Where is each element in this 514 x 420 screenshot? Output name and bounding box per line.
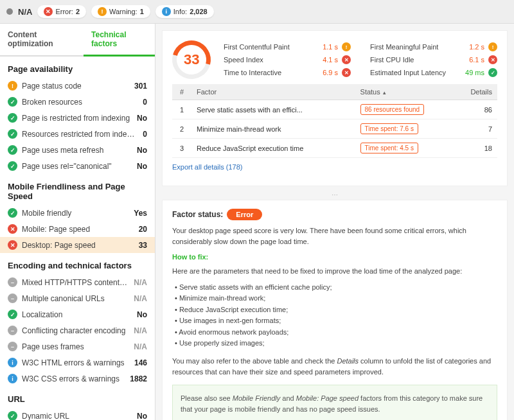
row-mobile-page-speed[interactable]: ✕Mobile: Page speed20 — [0, 221, 155, 237]
warning-badge[interactable]: !Warning: 1 — [91, 5, 150, 18]
error-icon: ✕ — [342, 68, 351, 77]
section-mobile-speed: Mobile Friendliness and Page Speed — [0, 174, 155, 205]
row-rel-canonical[interactable]: ✓Page uses rel="canonical"No — [0, 158, 155, 174]
col-factor[interactable]: Factor — [191, 84, 355, 100]
row-dynamic-url[interactable]: ✓Dynamic URLNo — [0, 408, 155, 420]
section-encoding: Encoding and technical factors — [0, 253, 155, 274]
details-panel: Factor status:Error Your desktop page sp… — [162, 200, 508, 420]
note-box: Please also see Mobile Friendly and Mobi… — [172, 385, 497, 420]
warning-icon: ! — [8, 81, 17, 91]
col-status[interactable]: Status▴ — [355, 84, 459, 100]
check-icon: ✓ — [8, 310, 17, 319]
separator-dots-icon: ⋯ — [162, 191, 508, 198]
row-restricted-indexing[interactable]: ✓Page is restricted from indexingNo — [0, 110, 155, 126]
na-icon: – — [8, 326, 17, 335]
error-icon: ✕ — [342, 55, 351, 64]
also-text: You may also refer to the above table an… — [172, 356, 497, 377]
description-text: Your desktop page speed score is very lo… — [172, 225, 497, 247]
info-icon: i — [8, 374, 17, 383]
check-icon: ✓ — [8, 161, 17, 171]
check-icon: ✓ — [8, 411, 17, 420]
row-resources-restricted[interactable]: ✓Resources restricted from indexing0 — [0, 126, 155, 142]
na-icon: – — [8, 342, 17, 351]
row-w3c-css[interactable]: iW3C CSS errors & warnings1882 — [0, 371, 155, 387]
sidebar-tabs: Content optimization Technical factors — [0, 24, 155, 57]
error-badge[interactable]: ✕Error: 2 — [37, 5, 86, 18]
row-localization[interactable]: ✓LocalizationNo — [0, 306, 155, 322]
row-mixed-content[interactable]: –Mixed HTTP/HTTPS content issuesN/A — [0, 274, 155, 290]
tab-content-optimization[interactable]: Content optimization — [0, 24, 84, 55]
metrics-panel: 33 First Contentful Paint1.1 s! First Me… — [162, 30, 508, 186]
section-page-availability: Page availability — [0, 57, 155, 78]
row-page-frames[interactable]: –Page uses framesN/A — [0, 338, 155, 354]
metric-eil: Estimated Input Latency49 ms✓ — [370, 68, 497, 77]
na-label: N/A — [18, 7, 32, 17]
row-mobile-friendly[interactable]: ✓Mobile friendlyYes — [0, 205, 155, 221]
warning-icon: ! — [342, 42, 351, 51]
na-icon: – — [8, 293, 17, 303]
factors-table: # Factor Status▴ Details 1Serve static a… — [172, 84, 497, 158]
check-icon: ✓ — [8, 145, 17, 155]
content-area: 33 First Contentful Paint1.1 s! First Me… — [155, 24, 514, 420]
factor-status-label: Factor status: — [172, 210, 223, 219]
info-badge[interactable]: iInfo: 2,028 — [155, 5, 214, 18]
how-to-fix-heading: How to fix: — [172, 253, 497, 261]
na-icon: – — [8, 277, 17, 287]
row-page-status-code[interactable]: !Page status code301 — [0, 78, 155, 94]
table-row[interactable]: 2Minimize main-thread workTime spent: 7.… — [172, 119, 497, 139]
tab-technical-factors[interactable]: Technical factors — [84, 24, 155, 57]
fix-intro: Here are the parameters that need to be … — [172, 266, 497, 277]
warning-icon: ! — [488, 42, 497, 51]
status-dot-icon — [6, 8, 13, 15]
metric-tti: Time to Interactive6.9 s✕ — [224, 68, 351, 77]
metric-fcp: First Contentful Paint1.1 s! — [224, 42, 351, 51]
check-icon: ✓ — [488, 68, 497, 77]
row-desktop-page-speed[interactable]: ✕Desktop: Page speed33 — [0, 237, 155, 253]
row-multiple-canonical[interactable]: –Multiple canonical URLsN/A — [0, 290, 155, 306]
warning-icon: ! — [98, 7, 107, 16]
error-icon: ✕ — [8, 240, 17, 250]
row-broken-resources[interactable]: ✓Broken resources0 — [0, 94, 155, 110]
metric-si: Speed Index4.1 s✕ — [224, 55, 351, 64]
top-bar: N/A ✕Error: 2 !Warning: 1 iInfo: 2,028 — [0, 0, 514, 24]
export-link[interactable]: Export all details (178) — [172, 158, 242, 176]
info-icon: i — [8, 358, 17, 367]
metric-fmp: First Meaningful Paint1.2 s! — [370, 42, 497, 51]
check-icon: ✓ — [8, 97, 17, 107]
bullet-list: • Serve static assets with an efficient … — [172, 282, 497, 350]
section-url: URL — [0, 387, 155, 408]
row-w3c-html[interactable]: iW3C HTML errors & warnings146 — [0, 354, 155, 371]
error-icon: ✕ — [44, 7, 53, 16]
col-details[interactable]: Details — [459, 84, 497, 100]
speed-score-gauge: 33 — [165, 33, 218, 86]
row-conflicting-encoding[interactable]: –Conflicting character encodingN/A — [0, 322, 155, 338]
error-icon: ✕ — [8, 224, 17, 234]
check-icon: ✓ — [8, 129, 17, 139]
col-num[interactable]: # — [172, 84, 191, 100]
factor-status-pill: Error — [227, 209, 262, 220]
table-row[interactable]: 3Reduce JavaScript execution timeTime sp… — [172, 139, 497, 158]
check-icon: ✓ — [8, 113, 17, 123]
metric-fci: First CPU Idle6.1 s✕ — [370, 55, 497, 64]
error-icon: ✕ — [488, 55, 497, 64]
check-icon: ✓ — [8, 208, 17, 218]
table-row[interactable]: 1Serve static assets with an effici...86… — [172, 100, 497, 119]
row-meta-refresh[interactable]: ✓Page uses meta refreshNo — [0, 142, 155, 158]
info-icon: i — [162, 7, 171, 16]
sort-arrow-icon: ▴ — [383, 89, 386, 96]
sidebar: Content optimization Technical factors P… — [0, 24, 155, 420]
